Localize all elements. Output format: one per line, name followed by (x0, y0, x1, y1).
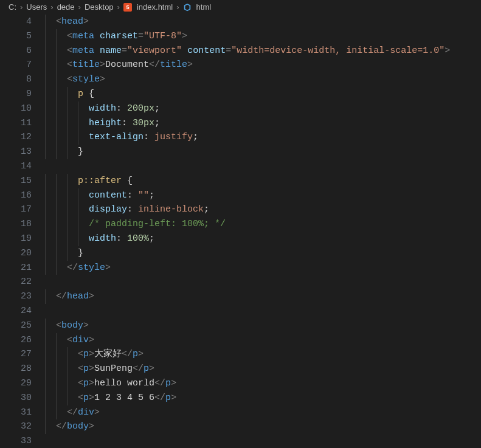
line-number: 8 (0, 72, 32, 87)
code-line[interactable]: <div> (45, 333, 481, 348)
token-brk: </ (56, 291, 67, 302)
token-brk: > (105, 263, 111, 273)
code-line[interactable]: </div> (45, 405, 481, 420)
code-line[interactable] (45, 434, 481, 448)
indent-guide (67, 145, 67, 159)
code-line[interactable]: <head> (45, 15, 481, 29)
code-line[interactable]: <p>SunPeng</p> (45, 362, 481, 376)
code-line[interactable]: </style> (45, 261, 481, 275)
code-area[interactable]: <head> <meta charset="UTF-8"> <meta name… (45, 15, 481, 448)
token-punc: ; (193, 132, 198, 142)
indent-guide (67, 130, 67, 145)
line-number: 4 (0, 15, 32, 29)
code-line[interactable]: p { (45, 87, 481, 102)
token-tag: p (83, 378, 89, 388)
breadcrumb-file[interactable]: index.html (137, 2, 173, 12)
token-tag: style (78, 263, 105, 273)
chevron-right-icon: › (50, 2, 53, 12)
indent-guide (56, 202, 57, 217)
token-str: "width=device-width, initial-scale=1.0" (231, 46, 445, 56)
code-editor[interactable]: 4567891011121314151617181920212223242526… (0, 15, 481, 448)
code-line[interactable]: } (45, 246, 481, 261)
token-brk: </ (133, 364, 144, 374)
token-brk: > (89, 291, 94, 302)
indent-guide (56, 145, 57, 159)
indent-guide (56, 116, 57, 131)
code-line[interactable]: } (45, 145, 481, 159)
token-tag: head (61, 16, 83, 27)
code-line[interactable]: width: 200px; (45, 102, 481, 116)
token-brk: </ (149, 60, 160, 70)
token-punc: } (78, 146, 83, 157)
indent-guide (45, 145, 46, 159)
code-line[interactable]: <p>大家好</p> (45, 347, 481, 362)
breadcrumb-symbol[interactable]: html (196, 2, 212, 12)
breadcrumb[interactable]: C: › Users › dede › Desktop › 5 index.ht… (0, 0, 481, 15)
indent-guide (56, 333, 57, 348)
code-line[interactable]: width: 100%; (45, 232, 481, 246)
line-number: 19 (0, 232, 32, 246)
token-tag: p (83, 349, 89, 359)
breadcrumb-seg[interactable]: Users (26, 2, 47, 12)
token-brk: > (182, 31, 187, 41)
token-brk: </ (67, 407, 78, 418)
indent-guide (56, 376, 57, 391)
code-line[interactable]: </body> (45, 419, 481, 434)
indent-guide (45, 44, 46, 58)
breadcrumb-seg[interactable]: Desktop (85, 2, 114, 12)
indent-guide (67, 116, 67, 131)
indent-guide (45, 217, 46, 232)
code-line[interactable]: <meta charset="UTF-8"> (45, 29, 481, 44)
indent-guide (67, 102, 67, 116)
breadcrumb-seg[interactable]: C: (9, 2, 16, 12)
token-tag: head (67, 291, 89, 302)
code-line[interactable]: </head> (45, 289, 481, 304)
line-number: 23 (0, 289, 32, 304)
indent-guide (45, 130, 46, 145)
token-unit: % (144, 233, 149, 244)
token-num: 30 (133, 118, 144, 128)
line-number: 26 (0, 333, 32, 348)
indent-guide (67, 246, 67, 261)
token-sel: p (78, 89, 83, 99)
code-line[interactable] (45, 159, 481, 174)
token-text (83, 89, 89, 99)
indent-guide (78, 202, 78, 217)
token-brk: </ (67, 263, 78, 273)
indent-guide (45, 333, 46, 348)
token-brk: = (122, 46, 127, 56)
code-line[interactable]: content: ""; (45, 188, 481, 203)
token-punc: : (116, 103, 127, 114)
line-number: 28 (0, 362, 32, 376)
token-prop: height (89, 118, 122, 128)
token-unit: px (144, 118, 154, 128)
code-line[interactable]: <body> (45, 319, 481, 333)
indent-guide (56, 44, 57, 58)
code-line[interactable]: height: 30px; (45, 116, 481, 131)
code-line[interactable]: text-align: justify; (45, 130, 481, 145)
code-line[interactable]: p::after { (45, 174, 481, 188)
code-line[interactable]: <p>1 2 3 4 5 6</p> (45, 391, 481, 405)
indent-guide (67, 347, 67, 362)
token-num: 200 (127, 103, 144, 114)
code-line[interactable]: <style> (45, 72, 481, 87)
token-tag: title (160, 60, 187, 70)
code-line[interactable] (45, 304, 481, 319)
token-tag: p (165, 378, 171, 388)
token-unit: px (144, 103, 154, 114)
breadcrumb-seg[interactable]: dede (57, 2, 75, 12)
token-brk: </ (122, 349, 133, 359)
code-line[interactable]: display: inline-block; (45, 202, 481, 217)
code-line[interactable]: /* padding-left: 100%; */ (45, 217, 481, 232)
indent-guide (56, 217, 57, 232)
code-line[interactable]: <p>hello world</p> (45, 376, 481, 391)
indent-guide (78, 232, 78, 246)
indent-guide (45, 15, 46, 29)
token-str: "" (138, 190, 149, 201)
code-line[interactable]: <title>Document</title> (45, 58, 481, 72)
token-brk: < (78, 378, 83, 388)
code-line[interactable] (45, 275, 481, 289)
line-number: 21 (0, 261, 32, 275)
line-number: 16 (0, 188, 32, 203)
code-line[interactable]: <meta name="viewport" content="width=dev… (45, 44, 481, 58)
